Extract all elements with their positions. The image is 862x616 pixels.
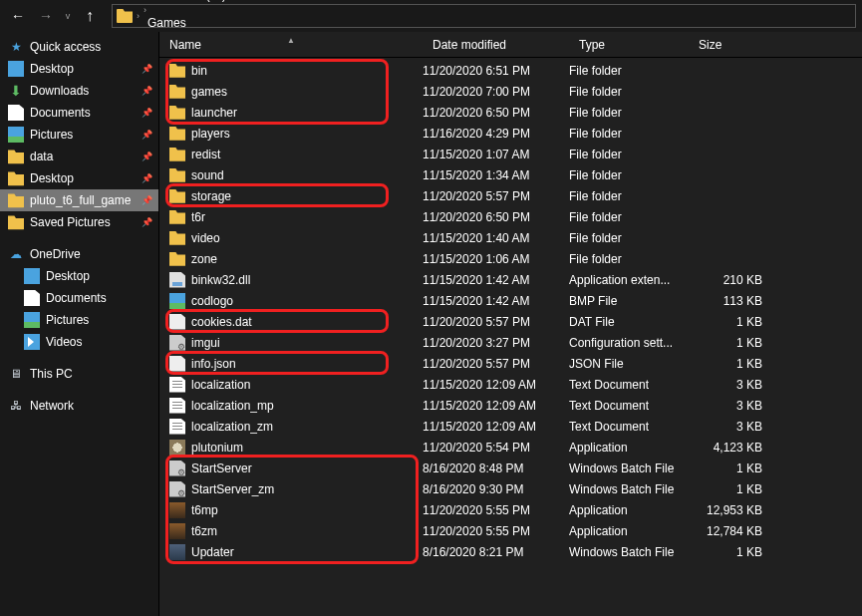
img-icon xyxy=(169,293,185,309)
sidebar-item[interactable]: Videos xyxy=(0,331,158,353)
file-name-cell: localization_zm xyxy=(169,419,423,435)
col-date-header[interactable]: Date modified xyxy=(423,38,569,52)
file-row[interactable]: t6r11/20/2020 6:50 PMFile folder xyxy=(159,206,862,227)
sidebar-item[interactable]: Pictures xyxy=(0,309,158,331)
file-date: 11/15/2020 12:09 AM xyxy=(423,399,569,413)
file-date: 11/15/2020 1:40 AM xyxy=(423,231,569,245)
file-size: 113 KB xyxy=(689,294,768,308)
upd-icon xyxy=(169,544,185,560)
folder-icon xyxy=(169,105,185,121)
pc-icon: 🖥 xyxy=(8,366,24,382)
sidebar-item-label: Downloads xyxy=(30,84,89,98)
sidebar-item[interactable]: 🖧Network xyxy=(0,395,158,417)
sidebar-item[interactable]: ★Quick access xyxy=(0,36,158,58)
sidebar-item-label: Desktop xyxy=(30,171,74,185)
history-dropdown-icon[interactable]: v xyxy=(62,11,74,21)
sidebar-item-label: OneDrive xyxy=(30,247,81,261)
sidebar-item[interactable]: Desktop📌 xyxy=(0,58,158,80)
file-name: localization xyxy=(191,378,250,392)
back-button[interactable]: ← xyxy=(6,4,30,28)
file-row[interactable]: StartServer8/16/2020 8:48 PMWindows Batc… xyxy=(159,458,862,478)
sidebar-item-label: Documents xyxy=(30,106,91,120)
cloud-icon: ☁ xyxy=(8,246,24,262)
up-button[interactable]: ↑ xyxy=(78,4,102,28)
file-row[interactable]: redist11/15/2020 1:07 AMFile folder xyxy=(159,144,862,164)
file-name: StartServer xyxy=(191,462,252,475)
sidebar-item[interactable]: Desktop xyxy=(0,265,158,287)
col-name-header[interactable]: ▲ Name xyxy=(159,38,423,52)
file-date: 11/20/2020 5:57 PM xyxy=(423,357,569,371)
dll-icon xyxy=(169,272,185,288)
breadcrumb-segment[interactable]: Local Disk (D:) xyxy=(144,0,252,2)
forward-button[interactable]: → xyxy=(34,4,58,28)
file-list[interactable]: bin11/20/2020 6:51 PMFile foldergames11/… xyxy=(159,58,862,616)
sidebar-item[interactable]: 🖥This PC xyxy=(0,363,158,385)
file-row[interactable]: games11/20/2020 7:00 PMFile folder xyxy=(159,81,862,102)
sidebar-item[interactable]: Saved Pictures📌 xyxy=(0,211,158,233)
file-row[interactable]: t6mp11/20/2020 5:55 PMApplication12,953 … xyxy=(159,499,862,520)
vid-icon xyxy=(24,334,40,350)
file-row[interactable]: localization11/15/2020 12:09 AMText Docu… xyxy=(159,374,862,395)
sidebar-item[interactable]: ☁OneDrive xyxy=(0,243,158,265)
file-row[interactable]: storage11/20/2020 5:57 PMFile folder xyxy=(159,185,862,206)
file-row[interactable]: sound11/15/2020 1:34 AMFile folder xyxy=(159,164,862,185)
sidebar-item-label: Pictures xyxy=(46,313,89,327)
sidebar-item[interactable]: data📌 xyxy=(0,146,158,167)
file-row[interactable]: imgui11/20/2020 3:27 PMConfiguration set… xyxy=(159,332,862,353)
file-type: Application xyxy=(569,524,689,538)
file-size: 1 KB xyxy=(689,545,768,559)
pic-icon xyxy=(24,312,40,328)
file-type: File folder xyxy=(569,148,689,161)
file-row[interactable]: bin11/20/2020 6:51 PMFile folder xyxy=(159,60,862,81)
file-date: 11/20/2020 5:57 PM xyxy=(423,189,569,203)
chevron-right-icon[interactable]: › xyxy=(144,5,146,15)
file-row[interactable]: launcher11/20/2020 6:50 PMFile folder xyxy=(159,102,862,123)
sidebar-item[interactable]: Desktop📌 xyxy=(0,167,158,189)
file-type: Text Document xyxy=(569,399,689,413)
address-bar[interactable]: › This PC›Local Disk (D:)›Games›pluto_t6… xyxy=(112,4,856,28)
sidebar-item[interactable]: Pictures📌 xyxy=(0,124,158,146)
file-row[interactable]: players11/16/2020 4:29 PMFile folder xyxy=(159,123,862,144)
file-name-cell: sound xyxy=(169,167,423,183)
navigation-pane[interactable]: ★Quick accessDesktop📌⬇Downloads📌Document… xyxy=(0,32,159,616)
sidebar-item-label: Desktop xyxy=(46,269,90,283)
file-row[interactable]: codlogo11/15/2020 1:42 AMBMP File113 KB xyxy=(159,290,862,311)
file-row[interactable]: localization_mp11/15/2020 12:09 AMText D… xyxy=(159,395,862,416)
file-name: storage xyxy=(191,189,231,203)
file-row[interactable]: Updater8/16/2020 8:21 PMWindows Batch Fi… xyxy=(159,541,862,562)
file-name-cell: players xyxy=(169,126,423,142)
file-row[interactable]: t6zm11/20/2020 5:55 PMApplication12,784 … xyxy=(159,520,862,541)
sidebar-item[interactable]: ⬇Downloads📌 xyxy=(0,80,158,102)
file-date: 11/20/2020 5:55 PM xyxy=(423,503,569,517)
pin-icon: 📌 xyxy=(142,130,152,140)
col-size-header[interactable]: Size xyxy=(689,38,768,52)
file-row[interactable]: binkw32.dll11/15/2020 1:42 AMApplication… xyxy=(159,269,862,290)
file-date: 11/20/2020 5:55 PM xyxy=(423,524,569,538)
file-row[interactable]: info.json11/20/2020 5:57 PMJSON File1 KB xyxy=(159,353,862,374)
chevron-right-icon[interactable]: › xyxy=(137,11,140,21)
pin-icon: 📌 xyxy=(142,64,152,74)
breadcrumb-segment[interactable]: Games xyxy=(144,16,252,30)
folder-icon xyxy=(169,230,185,246)
gear-icon xyxy=(169,335,185,351)
file-name-cell: t6r xyxy=(169,209,423,225)
file-row[interactable]: video11/15/2020 1:40 AMFile folder xyxy=(159,227,862,248)
file-row[interactable]: localization_zm11/15/2020 12:09 AMText D… xyxy=(159,416,862,437)
file-date: 8/16/2020 8:48 PM xyxy=(423,462,569,475)
file-name: localization_mp xyxy=(191,399,274,413)
sidebar-item-label: Pictures xyxy=(30,128,73,142)
sidebar-item[interactable]: Documents📌 xyxy=(0,102,158,124)
nav-bar: ← → v ↑ › This PC›Local Disk (D:)›Games›… xyxy=(0,0,862,32)
file-row[interactable]: StartServer_zm8/16/2020 9:30 PMWindows B… xyxy=(159,478,862,499)
folder-icon xyxy=(169,63,185,79)
file-row[interactable]: plutonium11/20/2020 5:54 PMApplication4,… xyxy=(159,437,862,458)
sidebar-item[interactable]: pluto_t6_full_game📌 xyxy=(0,189,158,211)
file-row[interactable]: cookies.dat11/20/2020 5:57 PMDAT File1 K… xyxy=(159,311,862,332)
sidebar-item[interactable]: Documents xyxy=(0,287,158,309)
file-icon xyxy=(169,314,185,330)
file-name: t6zm xyxy=(191,524,217,538)
file-row[interactable]: zone11/15/2020 1:06 AMFile folder xyxy=(159,248,862,269)
doc-icon xyxy=(8,105,24,121)
file-date: 11/20/2020 5:57 PM xyxy=(423,315,569,329)
col-type-header[interactable]: Type xyxy=(569,38,689,52)
